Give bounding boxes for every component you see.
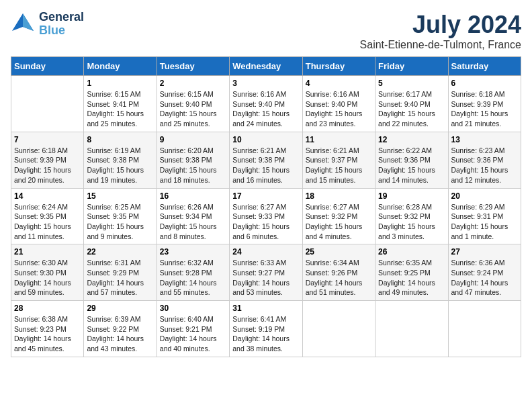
cell-2-6: 12Sunrise: 6:22 AM Sunset: 9:36 PM Dayli… (375, 132, 448, 188)
day-number: 9 (160, 135, 226, 144)
subtitle: Saint-Etienne-de-Tulmont, France (360, 39, 521, 51)
cell-4-3: 23Sunrise: 6:32 AM Sunset: 9:28 PM Dayli… (157, 244, 229, 301)
logo-line2: Blue (39, 24, 84, 38)
cell-content: Sunrise: 6:20 AM Sunset: 9:38 PM Dayligh… (160, 146, 226, 185)
day-number: 1 (87, 79, 153, 88)
day-number: 25 (306, 247, 372, 257)
cell-content: Sunrise: 6:27 AM Sunset: 9:33 PM Dayligh… (232, 202, 299, 242)
day-number: 27 (451, 247, 518, 257)
cell-2-4: 10Sunrise: 6:21 AM Sunset: 9:38 PM Dayli… (230, 132, 302, 188)
logo-line1: General (39, 11, 84, 24)
cell-content: Sunrise: 6:40 AM Sunset: 9:21 PM Dayligh… (160, 314, 226, 354)
cell-5-7 (448, 301, 521, 357)
cell-content: Sunrise: 6:32 AM Sunset: 9:28 PM Dayligh… (160, 258, 226, 298)
day-number: 17 (232, 191, 299, 201)
cell-3-6: 19Sunrise: 6:28 AM Sunset: 9:32 PM Dayli… (375, 188, 448, 244)
title-area: July 2024 Saint-Etienne-de-Tulmont, Fran… (360, 11, 521, 51)
day-number: 11 (306, 135, 372, 144)
cell-content: Sunrise: 6:34 AM Sunset: 9:26 PM Dayligh… (306, 258, 372, 298)
cell-content: Sunrise: 6:15 AM Sunset: 9:41 PM Dayligh… (87, 89, 153, 129)
day-number: 8 (87, 135, 153, 144)
day-number: 10 (232, 135, 299, 144)
day-number: 28 (14, 304, 81, 313)
logo: General Blue (11, 11, 84, 38)
cell-1-5: 4Sunrise: 6:16 AM Sunset: 9:40 PM Daylig… (302, 76, 375, 132)
day-number: 14 (14, 191, 81, 201)
day-number: 31 (232, 304, 299, 313)
day-number: 26 (378, 247, 445, 257)
day-number: 30 (160, 304, 226, 313)
cell-3-3: 16Sunrise: 6:26 AM Sunset: 9:34 PM Dayli… (157, 188, 229, 244)
cell-1-6: 5Sunrise: 6:17 AM Sunset: 9:40 PM Daylig… (375, 76, 448, 132)
cell-content: Sunrise: 6:21 AM Sunset: 9:38 PM Dayligh… (232, 146, 299, 185)
cell-4-7: 27Sunrise: 6:36 AM Sunset: 9:24 PM Dayli… (448, 244, 521, 301)
cell-content: Sunrise: 6:27 AM Sunset: 9:32 PM Dayligh… (306, 202, 372, 242)
cell-content: Sunrise: 6:16 AM Sunset: 9:40 PM Dayligh… (306, 89, 372, 129)
cell-content: Sunrise: 6:18 AM Sunset: 9:39 PM Dayligh… (14, 146, 81, 185)
cell-2-1: 7Sunrise: 6:18 AM Sunset: 9:39 PM Daylig… (11, 132, 84, 188)
cell-content: Sunrise: 6:38 AM Sunset: 9:23 PM Dayligh… (14, 314, 81, 354)
day-number: 7 (14, 135, 81, 144)
cell-content: Sunrise: 6:25 AM Sunset: 9:35 PM Dayligh… (87, 202, 153, 242)
day-number: 20 (451, 191, 518, 201)
cell-4-5: 25Sunrise: 6:34 AM Sunset: 9:26 PM Dayli… (302, 244, 375, 301)
cell-3-4: 17Sunrise: 6:27 AM Sunset: 9:33 PM Dayli… (230, 188, 302, 244)
day-number: 29 (87, 304, 153, 313)
day-number: 6 (451, 79, 518, 88)
cell-content: Sunrise: 6:22 AM Sunset: 9:36 PM Dayligh… (378, 146, 445, 185)
cell-content: Sunrise: 6:26 AM Sunset: 9:34 PM Dayligh… (160, 202, 226, 242)
cell-2-7: 13Sunrise: 6:23 AM Sunset: 9:36 PM Dayli… (448, 132, 521, 188)
day-number: 16 (160, 191, 226, 201)
day-number: 18 (306, 191, 372, 201)
day-number: 2 (160, 79, 226, 88)
header: General Blue July 2024 Saint-Etienne-de-… (11, 11, 521, 51)
cell-1-2: 1Sunrise: 6:15 AM Sunset: 9:41 PM Daylig… (84, 76, 157, 132)
cell-content: Sunrise: 6:18 AM Sunset: 9:39 PM Dayligh… (451, 89, 518, 129)
cell-content: Sunrise: 6:19 AM Sunset: 9:38 PM Dayligh… (87, 146, 153, 185)
day-number: 13 (451, 135, 518, 144)
cell-1-3: 2Sunrise: 6:15 AM Sunset: 9:40 PM Daylig… (157, 76, 229, 132)
calendar-table: SundayMondayTuesdayWednesdayThursdayFrid… (11, 56, 521, 357)
cell-2-3: 9Sunrise: 6:20 AM Sunset: 9:38 PM Daylig… (157, 132, 229, 188)
cell-content: Sunrise: 6:31 AM Sunset: 9:29 PM Dayligh… (87, 258, 153, 298)
cell-content: Sunrise: 6:41 AM Sunset: 9:19 PM Dayligh… (232, 314, 299, 354)
header-saturday: Saturday (448, 57, 521, 76)
cell-4-1: 21Sunrise: 6:30 AM Sunset: 9:30 PM Dayli… (11, 244, 84, 301)
cell-content: Sunrise: 6:15 AM Sunset: 9:40 PM Dayligh… (160, 89, 226, 129)
header-thursday: Thursday (302, 57, 375, 76)
week-row-3: 14Sunrise: 6:24 AM Sunset: 9:35 PM Dayli… (11, 188, 521, 244)
week-row-4: 21Sunrise: 6:30 AM Sunset: 9:30 PM Dayli… (11, 244, 521, 301)
cell-5-1: 28Sunrise: 6:38 AM Sunset: 9:23 PM Dayli… (11, 301, 84, 357)
cell-5-3: 30Sunrise: 6:40 AM Sunset: 9:21 PM Dayli… (157, 301, 229, 357)
cell-5-5 (302, 301, 375, 357)
day-number: 4 (306, 79, 372, 88)
header-monday: Monday (84, 57, 157, 76)
cell-content: Sunrise: 6:21 AM Sunset: 9:37 PM Dayligh… (306, 146, 372, 185)
day-number: 22 (87, 247, 153, 257)
day-number: 24 (232, 247, 299, 257)
cell-3-5: 18Sunrise: 6:27 AM Sunset: 9:32 PM Dayli… (302, 188, 375, 244)
header-tuesday: Tuesday (157, 57, 229, 76)
week-row-1: 1Sunrise: 6:15 AM Sunset: 9:41 PM Daylig… (11, 76, 521, 132)
cell-content: Sunrise: 6:30 AM Sunset: 9:30 PM Dayligh… (14, 258, 81, 298)
cell-content: Sunrise: 6:35 AM Sunset: 9:25 PM Dayligh… (378, 258, 445, 298)
day-number: 12 (378, 135, 445, 144)
cell-content: Sunrise: 6:33 AM Sunset: 9:27 PM Dayligh… (232, 258, 299, 298)
day-number: 3 (232, 79, 299, 88)
cell-1-4: 3Sunrise: 6:16 AM Sunset: 9:40 PM Daylig… (230, 76, 302, 132)
cell-4-6: 26Sunrise: 6:35 AM Sunset: 9:25 PM Dayli… (375, 244, 448, 301)
cell-2-2: 8Sunrise: 6:19 AM Sunset: 9:38 PM Daylig… (84, 132, 157, 188)
cell-content: Sunrise: 6:29 AM Sunset: 9:31 PM Dayligh… (451, 202, 518, 242)
cell-content: Sunrise: 6:36 AM Sunset: 9:24 PM Dayligh… (451, 258, 518, 298)
day-number: 21 (14, 247, 81, 257)
week-row-2: 7Sunrise: 6:18 AM Sunset: 9:39 PM Daylig… (11, 132, 521, 188)
cell-3-1: 14Sunrise: 6:24 AM Sunset: 9:35 PM Dayli… (11, 188, 84, 244)
cell-2-5: 11Sunrise: 6:21 AM Sunset: 9:37 PM Dayli… (302, 132, 375, 188)
main-title: July 2024 (360, 11, 521, 39)
cell-content: Sunrise: 6:16 AM Sunset: 9:40 PM Dayligh… (232, 89, 299, 129)
day-number: 15 (87, 191, 153, 201)
cell-content: Sunrise: 6:17 AM Sunset: 9:40 PM Dayligh… (378, 89, 445, 129)
cell-1-7: 6Sunrise: 6:18 AM Sunset: 9:39 PM Daylig… (448, 76, 521, 132)
cell-5-4: 31Sunrise: 6:41 AM Sunset: 9:19 PM Dayli… (230, 301, 302, 357)
day-number: 19 (378, 191, 445, 201)
